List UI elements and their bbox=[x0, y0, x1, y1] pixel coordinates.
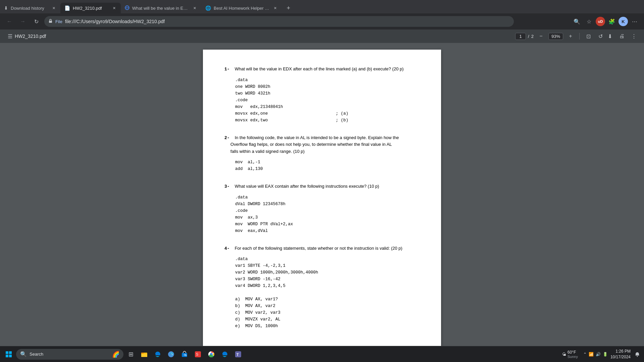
toolbar-right: 🔍 ☆ uD 🧩 K ⋯ bbox=[572, 16, 640, 27]
svg-rect-3 bbox=[9, 351, 12, 354]
ublock-button[interactable]: uD bbox=[596, 17, 605, 26]
tab-close-download[interactable]: ✕ bbox=[51, 5, 56, 11]
url-text: file:///C:/Users/gyro9/Downloads/HW2_321… bbox=[65, 19, 510, 24]
taskbar-teams[interactable]: T bbox=[232, 348, 244, 360]
back-button[interactable]: ← bbox=[4, 16, 15, 27]
page-total: 2 bbox=[531, 34, 534, 39]
q2-text: In the following code, the value in AL i… bbox=[224, 135, 399, 154]
q1-text: What will be the value in EDX after each… bbox=[232, 66, 404, 71]
tab-ai-homework[interactable]: 🌐 Best AI Homework Helper & H... ✕ bbox=[201, 3, 282, 13]
taskbar-dolphin[interactable]: 🐬 bbox=[165, 348, 177, 360]
q3-text: What value will EAX contain after the fo… bbox=[232, 184, 379, 189]
download-pdf-button[interactable]: ⬇ bbox=[605, 32, 614, 41]
question-4: 4- For each of the following statements,… bbox=[224, 245, 420, 330]
address-bar[interactable]: File file:///C:/Users/gyro9/Downloads/HW… bbox=[44, 16, 514, 27]
refresh-button[interactable]: ↻ bbox=[31, 16, 42, 27]
taskbar: 🔍 Search 🌈 ⊞ 🐬 🛍 S T 🌤 bbox=[0, 346, 644, 362]
print-pdf-button[interactable]: 🖨 bbox=[617, 32, 627, 41]
q3-code: .data dVal DWORD 12345678h .code mov ax,… bbox=[235, 194, 420, 234]
q4-text: For each of the following statements, st… bbox=[232, 246, 402, 251]
pdf-content-area[interactable]: 1- What will be the value in EDX after e… bbox=[0, 43, 644, 346]
q1-code: .data one WORD 8002h two WORD 4321h .cod… bbox=[235, 77, 420, 124]
q4-number: 4- bbox=[224, 246, 230, 251]
svg-rect-7 bbox=[141, 353, 147, 357]
page-indicator: / 2 bbox=[515, 33, 534, 40]
tab-title-edx: What will be the value in EDX a... bbox=[132, 6, 189, 11]
taskbar-search[interactable]: 🔍 Search 🌈 bbox=[16, 349, 123, 360]
notification-button[interactable] bbox=[633, 350, 641, 358]
tab-title-pdf: HW2_3210.pdf bbox=[73, 6, 109, 11]
system-tray: ⌃ 📶 🔊 🔋 bbox=[583, 352, 608, 357]
tab-title-ai: Best AI Homework Helper & H... bbox=[214, 6, 270, 11]
fit-page-button[interactable]: ⊡ bbox=[584, 32, 593, 41]
file-indicator bbox=[48, 19, 53, 24]
battery-icon[interactable]: 🔋 bbox=[603, 352, 608, 357]
more-options-button[interactable]: ⋯ bbox=[629, 16, 640, 27]
svg-rect-4 bbox=[6, 355, 8, 357]
tab-download-history[interactable]: ⬇ Download history ✕ bbox=[0, 3, 60, 13]
zoom-in-button[interactable]: + bbox=[566, 32, 575, 41]
task-view-button[interactable]: ⊞ bbox=[125, 348, 137, 360]
start-button[interactable] bbox=[3, 348, 15, 360]
address-bar-row: ← → ↻ File file:///C:/Users/gyro9/Downlo… bbox=[0, 13, 644, 29]
question-2: 2- In the following code, the value in A… bbox=[224, 134, 420, 173]
extensions-button[interactable]: 🧩 bbox=[606, 16, 617, 27]
sidebar-toggle-button[interactable]: ☰ bbox=[5, 32, 15, 41]
page-separator: / bbox=[528, 34, 529, 39]
svg-rect-2 bbox=[6, 351, 8, 354]
zoom-level: 93% bbox=[548, 33, 563, 40]
tab-hw2-pdf[interactable]: 📄 HW2_3210.pdf ✕ bbox=[60, 3, 121, 13]
taskbar-search-icon: 🔍 bbox=[20, 351, 27, 357]
svg-rect-1 bbox=[49, 21, 52, 23]
pdf-toolbar-right: ⬇ 🖨 ⋮ bbox=[605, 32, 639, 41]
q4-code: .data var1 SBYTE -4,-2,3,1 var2 WORD 100… bbox=[235, 256, 420, 329]
profile-button[interactable]: K bbox=[619, 17, 628, 26]
taskbar-file-explorer[interactable] bbox=[138, 348, 150, 360]
taskbar-right: 🌤 60°F Sunny ⌃ 📶 🔊 🔋 1:26 PM 10/17/2024 bbox=[559, 349, 641, 360]
tab-close-edx[interactable]: ✕ bbox=[192, 5, 197, 11]
more-pdf-options-button[interactable]: ⋮ bbox=[629, 32, 639, 41]
zoom-out-button[interactable]: − bbox=[536, 32, 546, 41]
search-toolbar-button[interactable]: 🔍 bbox=[572, 16, 582, 27]
taskbar-search-text: Search bbox=[30, 352, 43, 357]
q2-number: 2- bbox=[224, 135, 230, 140]
svg-text:S: S bbox=[196, 352, 198, 356]
question-3: 3- What value will EAX contain after the… bbox=[224, 183, 420, 234]
tab-close-pdf[interactable]: ✕ bbox=[111, 5, 117, 11]
tab-close-ai[interactable]: ✕ bbox=[272, 5, 278, 11]
tab-title-download: Download history bbox=[11, 6, 48, 11]
chevron-up-icon[interactable]: ⌃ bbox=[583, 352, 587, 357]
taskbar-store[interactable]: 🛍 bbox=[178, 348, 191, 360]
tab-edx-question[interactable]: What will be the value in EDX a... ✕ bbox=[121, 3, 201, 13]
pdf-controls: / 2 − 93% + ⊡ ↺ bbox=[515, 32, 605, 41]
q2-code: mov al,-1 add al,130 bbox=[235, 159, 420, 172]
taskbar-edge2[interactable] bbox=[219, 348, 231, 360]
rotate-button[interactable]: ↺ bbox=[596, 32, 605, 41]
favorites-button[interactable]: ☆ bbox=[584, 16, 594, 27]
weather-icon: 🌤 bbox=[562, 352, 566, 357]
page-number-input[interactable] bbox=[515, 33, 526, 40]
new-tab-button[interactable]: + bbox=[283, 3, 294, 13]
current-time: 1:26 PM bbox=[610, 349, 631, 354]
svg-text:🛍: 🛍 bbox=[184, 353, 187, 357]
taskbar-edge[interactable] bbox=[152, 348, 164, 360]
weather-widget[interactable]: 🌤 60°F Sunny bbox=[559, 349, 581, 359]
svg-point-19 bbox=[637, 356, 638, 357]
cortana-icon: 🌈 bbox=[112, 351, 119, 358]
taskbar-snagit[interactable]: S bbox=[192, 348, 204, 360]
svg-text:T: T bbox=[236, 353, 239, 357]
current-date: 10/17/2024 bbox=[610, 354, 631, 360]
time-date[interactable]: 1:26 PM 10/17/2024 bbox=[610, 349, 631, 360]
file-label: File bbox=[55, 19, 62, 24]
forward-button[interactable]: → bbox=[17, 16, 28, 27]
pdf-page: 1- What will be the value in EDX after e… bbox=[203, 50, 441, 346]
wifi-icon[interactable]: 📶 bbox=[589, 352, 594, 357]
svg-rect-8 bbox=[141, 353, 144, 354]
globe-icon-ai: 🌐 bbox=[205, 5, 211, 11]
taskbar-chrome[interactable] bbox=[205, 348, 217, 360]
question-1: 1- What will be the value in EDX after e… bbox=[224, 66, 420, 124]
volume-icon[interactable]: 🔊 bbox=[596, 352, 601, 357]
pdf-tab-icon: 📄 bbox=[64, 5, 70, 11]
pdf-toolbar: ☰ HW2_3210.pdf / 2 − 93% + ⊡ ↺ ⬇ 🖨 ⋮ bbox=[0, 29, 644, 43]
globe-icon-edx bbox=[125, 5, 129, 11]
